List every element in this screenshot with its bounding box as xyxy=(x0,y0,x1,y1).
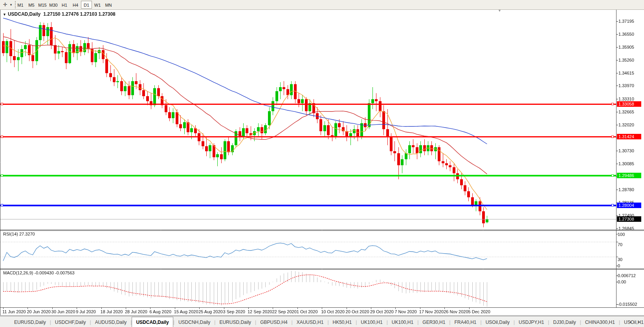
price-line-badge: 1.33058 xyxy=(617,101,641,107)
tab-scroll-right-icon[interactable]: ▸ xyxy=(637,319,642,325)
price-line-badge: 1.31424 xyxy=(617,134,641,139)
chart-tab-fra40-h1[interactable]: FRA40,H1 xyxy=(450,317,480,327)
price-axis-tick: 1.30085 xyxy=(618,161,634,166)
macd-axis-tick: 0.00 xyxy=(618,279,626,285)
rsi-panel-label: RSI(14) 27.3270 xyxy=(3,232,35,236)
timeframe-button-m1[interactable]: M1 xyxy=(15,1,26,9)
price-line-badge: 1.29486 xyxy=(617,173,641,178)
price-axis-tick: 1.32020 xyxy=(618,122,634,128)
price-axis-tick: 1.37195 xyxy=(618,18,634,24)
timeframe-button-m30[interactable]: M30 xyxy=(48,1,59,9)
dropdown-caret-icon[interactable]: ▾ xyxy=(9,1,13,8)
chart-ohlc-values: 1.27150 1.27476 1.27103 1.27308 xyxy=(43,11,116,17)
date-axis-label: 10 Oct 2020 xyxy=(321,309,345,314)
timeframe-button-mn[interactable]: MN xyxy=(103,1,114,9)
panel-separator-macd[interactable] xyxy=(0,267,644,270)
chart-tab-uk100-h1[interactable]: UK100,H1 xyxy=(388,317,417,327)
collapse-triangle-icon[interactable]: ▼ xyxy=(3,13,6,16)
rsi-axis-tick: 30 xyxy=(618,257,622,262)
rsi-axis-tick: 100 xyxy=(618,232,625,237)
macd-panel-label: MACD(12,26,9) -0.009430 -0.007563 xyxy=(3,270,75,275)
timeframe-button-m15[interactable]: M15 xyxy=(37,1,48,9)
date-axis-label: 7 Nov 2020 xyxy=(394,309,416,314)
chart-tab-audusd-daily[interactable]: AUDUSD,Daily xyxy=(91,317,131,327)
chart-tab-gbpusd-h4[interactable]: GBPUSD,H4 xyxy=(256,317,291,327)
toolbar: ✛ ▾ M1M5M15M30H1H4D1W1MN xyxy=(0,0,644,10)
timeframe-button-d1[interactable]: D1 xyxy=(81,1,92,9)
chart-tab-usdchf-daily[interactable]: USDCHF,Daily xyxy=(51,317,90,327)
rsi-axis-tick: 70 xyxy=(618,242,622,247)
chart-tab-eurusd-daily[interactable]: EURUSD,Daily xyxy=(10,317,50,327)
date-axis-label: 9 Jul 2020 xyxy=(76,309,96,314)
chart-tab-xauusd-h1[interactable]: XAUUSD,H1 xyxy=(293,317,328,327)
tab-bar: EURUSD,Daily|USDCHF,Daily|AUDUSD,Daily|U… xyxy=(0,316,644,327)
timeframe-button-m5[interactable]: M5 xyxy=(26,1,37,9)
chart-tab-dj30-daily[interactable]: DJ30,Daily xyxy=(549,317,580,327)
chart-tab-ger30-h1[interactable]: GER30,H1 xyxy=(418,317,449,327)
chart-tab-eurusd-daily[interactable]: EURUSD,Daily xyxy=(215,317,255,327)
date-axis-label: 6 Aug 2020 xyxy=(149,309,171,314)
date-axis-label: 11 Jun 2020 xyxy=(2,309,26,314)
date-axis-label: 18 Jul 2020 xyxy=(101,309,123,314)
date-axis-label: 1 Oct 2020 xyxy=(297,309,318,314)
timeframe-button-w1[interactable]: W1 xyxy=(92,1,103,9)
panel-separator-rsi[interactable] xyxy=(0,229,644,231)
chart-cursor-icon[interactable]: ✛ xyxy=(2,1,9,8)
date-axis-label: 20 Oct 2020 xyxy=(346,309,369,314)
timeframe-button-h1[interactable]: H1 xyxy=(59,1,70,9)
chart-tab-usdcnh-daily[interactable]: USDCNH,Daily xyxy=(174,317,214,327)
price-axis-tick: 1.30730 xyxy=(618,148,634,153)
date-axis-label: 22 Sep 2020 xyxy=(272,309,296,314)
price-axis-tick: 1.35260 xyxy=(618,57,634,63)
chart-tab-usdjpy-h1[interactable]: USDJPY,H1 xyxy=(515,317,548,327)
date-axis-label: 25 Aug 2020 xyxy=(198,309,223,314)
price-line-badge: 1.28004 xyxy=(617,203,641,208)
chart-symbol-label: USDCAD,Daily xyxy=(8,11,40,17)
macd-axis-tick: -0.015502 xyxy=(618,301,637,307)
chart-tab-hk50-h1[interactable]: HK50,H1 xyxy=(329,317,356,327)
date-axis-label: 17 Nov 2020 xyxy=(419,309,444,314)
price-axis-tick: 1.28780 xyxy=(618,187,634,192)
date-axis-label: 20 Jun 2020 xyxy=(27,309,51,314)
date-axis-label: 3 Sep 2020 xyxy=(223,309,245,314)
chart-tab-usdcad-daily[interactable]: USDCAD,Daily xyxy=(132,317,173,327)
current-price-badge: 1.27308 xyxy=(617,216,641,222)
price-axis-tick: 1.32665 xyxy=(618,109,634,115)
mt4-window: ✛ ▾ M1M5M15M30H1H4D1W1MN ▼USDCAD,Daily1.… xyxy=(0,0,644,327)
chart-title: ▼USDCAD,Daily1.27150 1.27476 1.27103 1.2… xyxy=(3,11,116,17)
tab-scroll-left-icon[interactable]: ◂ xyxy=(627,319,633,325)
date-axis-label: 12 Sep 2020 xyxy=(248,309,272,314)
macd-axis-tick: 0.006712 xyxy=(618,273,636,278)
date-axis-label: 26 Nov 2020 xyxy=(444,309,468,314)
chart-tab-china300-h1[interactable]: CHINA300,H1 xyxy=(581,317,619,327)
price-chart-canvas[interactable] xyxy=(0,0,644,327)
chart-tab-usoil-daily[interactable]: USOil,Daily xyxy=(482,317,514,327)
price-axis-tick: 1.36550 xyxy=(618,31,634,37)
date-axis-label: 29 Oct 2020 xyxy=(370,309,394,314)
date-axis-label: 28 Jul 2020 xyxy=(125,309,147,314)
chart-tab-uk100-h1[interactable]: UK100,H1 xyxy=(357,317,386,327)
price-axis-tick: 1.34615 xyxy=(618,70,634,76)
date-axis-label: 30 Jun 2020 xyxy=(51,309,75,314)
date-axis-label: 5 Dec 2020 xyxy=(468,309,490,314)
price-axis-tick: 1.33970 xyxy=(618,83,634,88)
timeframe-button-h4[interactable]: H4 xyxy=(70,1,81,9)
price-axis-tick: 1.35905 xyxy=(618,44,634,50)
date-axis-label: 15 Aug 2020 xyxy=(174,309,198,314)
